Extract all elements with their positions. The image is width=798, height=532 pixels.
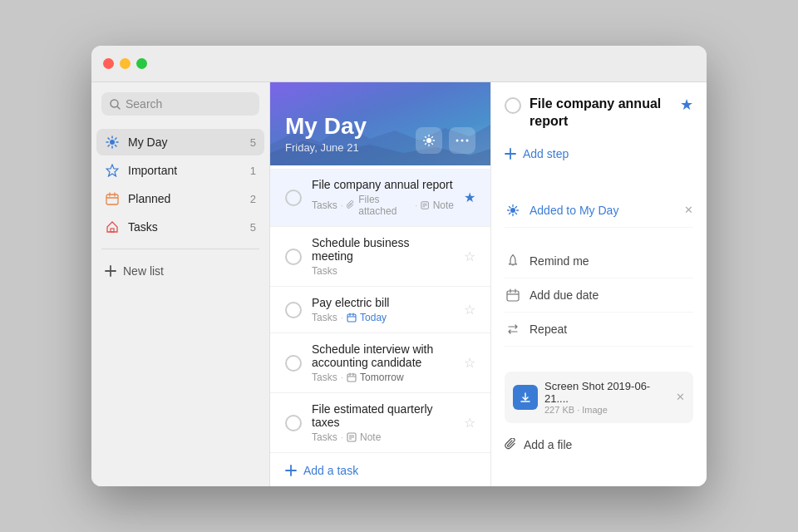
added-to-my-day-row[interactable]: Added to My Day ✕ bbox=[505, 194, 693, 228]
titlebar bbox=[91, 46, 707, 82]
star-icon bbox=[105, 163, 120, 178]
new-list-button[interactable]: New list bbox=[91, 258, 269, 284]
task-item[interactable]: Schedule interview with accounting candi… bbox=[270, 333, 490, 393]
remove-file-button[interactable]: ✕ bbox=[676, 391, 685, 403]
task-today-label: Today bbox=[360, 312, 387, 323]
add-step-icon bbox=[505, 148, 516, 160]
more-button[interactable] bbox=[449, 127, 475, 154]
svg-point-28 bbox=[456, 140, 459, 142]
task-meta: Tasks · Note bbox=[312, 431, 454, 443]
svg-rect-61 bbox=[507, 291, 519, 301]
add-task-button[interactable]: Add a task bbox=[270, 453, 490, 486]
close-button[interactable] bbox=[103, 58, 114, 69]
task-content: Schedule interview with accounting candi… bbox=[312, 342, 454, 383]
task-title: File estimated quarterly taxes bbox=[312, 402, 454, 429]
search-box[interactable]: Search bbox=[101, 92, 259, 116]
detail-checkbox[interactable] bbox=[505, 97, 521, 114]
download-icon bbox=[520, 392, 531, 403]
bell-icon bbox=[505, 253, 521, 269]
task-content: Schedule business meeting Tasks bbox=[312, 236, 454, 277]
task-star[interactable]: ☆ bbox=[464, 249, 475, 264]
task-note-label: Note bbox=[433, 200, 454, 211]
task-star[interactable]: ☆ bbox=[464, 415, 475, 431]
svg-marker-11 bbox=[106, 165, 118, 176]
sidebar-item-count-tasks: 5 bbox=[250, 221, 256, 234]
add-step-button[interactable]: Add step bbox=[505, 142, 693, 165]
add-task-plus-icon bbox=[285, 465, 297, 476]
new-list-label: New list bbox=[123, 264, 164, 278]
remove-from-my-day-button[interactable]: ✕ bbox=[684, 204, 693, 216]
added-to-my-day-label: Added to My Day bbox=[530, 204, 618, 217]
sidebar-divider bbox=[101, 249, 259, 249]
sun-button[interactable] bbox=[416, 127, 442, 154]
plus-icon bbox=[105, 265, 116, 277]
notes-area[interactable]: Additional notes go here. bbox=[505, 475, 693, 486]
task-star[interactable]: ☆ bbox=[464, 355, 475, 371]
sun-btn-icon bbox=[422, 134, 436, 147]
add-file-button[interactable]: Add a file bbox=[505, 431, 693, 458]
task-item[interactable]: Schedule business meeting Tasks ☆ bbox=[270, 227, 490, 287]
minimize-button[interactable] bbox=[120, 58, 131, 69]
calendar-small-icon bbox=[347, 313, 357, 323]
repeat-row[interactable]: Repeat bbox=[505, 313, 693, 347]
remind-me-row[interactable]: Remind me bbox=[505, 244, 693, 278]
svg-point-29 bbox=[461, 140, 464, 142]
task-meta: Tasks bbox=[312, 265, 454, 277]
detail-title: File company annual report bbox=[530, 96, 672, 131]
file-size: 227 KB · Image bbox=[544, 405, 669, 415]
add-step-label: Add step bbox=[523, 147, 569, 160]
svg-line-10 bbox=[108, 145, 110, 147]
task-checkbox[interactable] bbox=[285, 415, 302, 431]
sidebar-item-planned[interactable]: Planned 2 bbox=[96, 185, 264, 212]
sidebar-item-label-planned: Planned bbox=[128, 192, 242, 205]
remind-me-label: Remind me bbox=[530, 254, 589, 268]
task-checkbox[interactable] bbox=[285, 355, 302, 372]
task-files-label: Files attached bbox=[358, 194, 411, 217]
svg-rect-12 bbox=[106, 195, 118, 204]
task-list-name: Tasks bbox=[312, 265, 337, 277]
svg-point-51 bbox=[510, 208, 515, 213]
detail-star[interactable]: ★ bbox=[680, 96, 693, 114]
paperclip-icon bbox=[347, 200, 355, 210]
notes-placeholder: Additional notes go here. bbox=[505, 485, 624, 486]
sidebar-item-tasks[interactable]: Tasks 5 bbox=[96, 214, 264, 240]
add-due-date-row[interactable]: Add due date bbox=[505, 278, 693, 313]
svg-line-8 bbox=[116, 145, 117, 147]
search-label: Search bbox=[126, 97, 162, 111]
sidebar-item-label-my-day: My Day bbox=[128, 135, 242, 149]
svg-line-9 bbox=[116, 138, 117, 140]
calendar-detail-icon bbox=[505, 287, 521, 303]
repeat-icon bbox=[505, 321, 521, 337]
task-content: Pay electric bill Tasks · Today bbox=[312, 296, 454, 323]
detail-header: File company annual report ★ bbox=[505, 96, 693, 131]
task-item[interactable]: File estimated quarterly taxes Tasks · N… bbox=[270, 393, 490, 453]
sidebar-item-count-important: 1 bbox=[250, 165, 256, 177]
task-item[interactable]: File company annual report Tasks · Files… bbox=[270, 169, 490, 227]
svg-line-1 bbox=[117, 106, 120, 109]
maximize-button[interactable] bbox=[136, 58, 147, 69]
svg-line-7 bbox=[108, 138, 110, 140]
sidebar-item-important[interactable]: Important 1 bbox=[96, 157, 264, 184]
calendar-small-icon bbox=[347, 372, 357, 382]
file-info: Screen Shot 2019-06-21.... 227 KB · Imag… bbox=[544, 380, 669, 415]
task-checkbox[interactable] bbox=[285, 302, 302, 318]
task-checkbox[interactable] bbox=[285, 190, 302, 206]
task-item[interactable]: Pay electric bill Tasks · Today ☆ bbox=[270, 287, 490, 333]
header-actions bbox=[416, 127, 475, 154]
task-checkbox[interactable] bbox=[285, 249, 302, 265]
svg-line-57 bbox=[515, 213, 517, 214]
sidebar-item-my-day[interactable]: My Day 5 bbox=[96, 129, 264, 155]
header-title: My Day bbox=[285, 113, 367, 140]
search-icon bbox=[110, 99, 121, 110]
task-tomorrow-label: Tomorrow bbox=[360, 372, 404, 383]
svg-line-59 bbox=[510, 213, 511, 214]
center-panel: My Day Friday, June 21 bbox=[270, 82, 490, 486]
header-subtitle: Friday, June 21 bbox=[285, 141, 367, 154]
svg-line-24 bbox=[426, 137, 426, 138]
home-icon bbox=[105, 219, 120, 234]
task-star[interactable]: ☆ bbox=[464, 302, 475, 318]
file-download-icon bbox=[513, 385, 538, 410]
task-content: File company annual report Tasks · Files… bbox=[312, 178, 454, 217]
task-star[interactable]: ★ bbox=[464, 190, 475, 205]
svg-rect-39 bbox=[347, 374, 356, 382]
